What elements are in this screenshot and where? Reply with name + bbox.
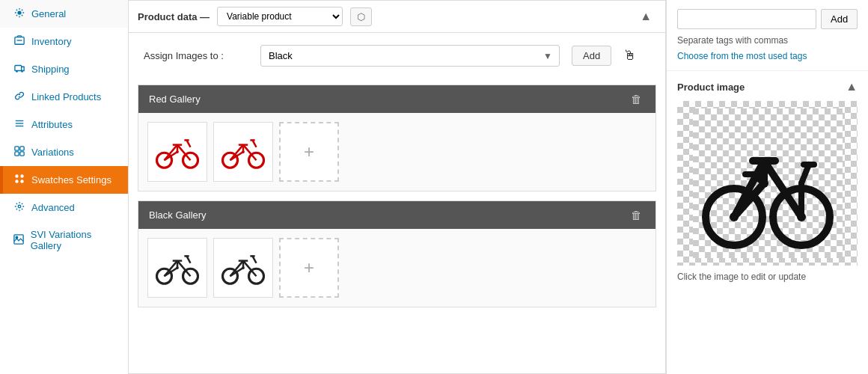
product-image-header: Product image ▲: [677, 80, 858, 94]
svg-line-57: [253, 256, 257, 263]
sidebar-item-linked-products[interactable]: Linked Products: [0, 83, 128, 111]
sidebar-label-variations: Variations: [31, 147, 74, 158]
plus-icon: +: [304, 141, 314, 162]
red-gallery-add-button[interactable]: +: [279, 122, 339, 182]
sidebar-item-inventory[interactable]: Inventory: [0, 28, 128, 55]
cursor-icon: 🖱: [623, 48, 637, 64]
red-gallery-title: Red Gallery: [149, 94, 201, 105]
red-gallery-image-2[interactable]: [213, 122, 273, 182]
svg-point-5: [21, 70, 23, 73]
svg-rect-10: [20, 147, 24, 150]
right-panel: Add Separate tags with commas Choose fro…: [666, 0, 868, 374]
sidebar-label-svi-variations-gallery: SVI Variations Gallery: [31, 229, 117, 251]
sidebar-icon-swatches-settings: [13, 174, 25, 186]
tag-hint: Separate tags with commas: [677, 35, 858, 46]
sidebar-item-general[interactable]: General: [0, 0, 128, 28]
sidebar-label-linked-products: Linked Products: [31, 91, 101, 102]
sidebar-label-advanced: Advanced: [31, 202, 75, 213]
product-data-title: Product data —: [138, 11, 210, 22]
sidebar-icon-inventory: [13, 35, 25, 48]
svg-point-16: [20, 180, 23, 183]
svg-point-29: [176, 150, 179, 153]
red-gallery-image-1[interactable]: [147, 122, 207, 182]
svg-point-13: [15, 174, 18, 177]
collapse-button[interactable]: ▲: [635, 8, 656, 25]
svg-point-17: [18, 205, 21, 208]
svg-point-73: [730, 212, 739, 221]
sidebar-icon-shipping: [13, 63, 25, 76]
svg-point-0: [17, 10, 21, 14]
svg-point-49: [176, 266, 179, 269]
product-type-select[interactable]: Simple productVariable productGrouped pr…: [217, 7, 343, 26]
black-gallery-section: Black Gallery 🗑: [138, 200, 656, 307]
svg-point-4: [16, 70, 18, 73]
sidebar-item-svi-variations-gallery[interactable]: SVI Variations Gallery: [0, 221, 128, 259]
red-bike-icon-1: [153, 133, 201, 171]
svg-line-37: [253, 140, 257, 147]
sidebar-icon-variations: [13, 146, 25, 159]
svg-point-75: [760, 179, 768, 188]
svg-point-39: [242, 150, 245, 153]
tag-section: Add Separate tags with commas Choose fro…: [667, 0, 868, 71]
svg-rect-3: [15, 66, 22, 71]
black-bike-icon-2: [219, 249, 267, 286]
sidebar-icon-general: [13, 7, 25, 20]
plus-icon-2: +: [304, 257, 314, 278]
black-gallery-image-2[interactable]: [213, 238, 273, 298]
sidebar-item-advanced[interactable]: Advanced: [0, 194, 128, 221]
svg-line-27: [187, 140, 191, 147]
assign-select-wrapper: BlackRedWhiteBlue ▼: [260, 45, 560, 67]
svg-point-14: [20, 174, 23, 177]
black-gallery-header: Black Gallery 🗑: [138, 201, 655, 229]
sidebar-label-general: General: [31, 8, 66, 19]
tag-input-row: Add: [677, 9, 858, 29]
svg-point-74: [797, 212, 806, 221]
sidebar-item-variations[interactable]: Variations: [0, 138, 128, 166]
main-content: Product data — Simple productVariable pr…: [129, 0, 666, 374]
product-image-section: Product image ▲: [667, 71, 868, 291]
sidebar-item-attributes[interactable]: Attributes: [0, 111, 128, 138]
sidebar: GeneralInventoryShippingLinked ProductsA…: [0, 0, 129, 374]
assign-images-select[interactable]: BlackRedWhiteBlue: [260, 45, 560, 67]
sidebar-icon-advanced: [13, 201, 25, 214]
svg-point-59: [242, 266, 245, 269]
sidebar-icon-svi-variations-gallery: [13, 234, 25, 247]
svg-rect-9: [15, 147, 19, 150]
red-gallery-header: Red Gallery 🗑: [138, 85, 655, 113]
red-gallery-delete-button[interactable]: 🗑: [628, 93, 645, 105]
expand-button[interactable]: ⬡: [350, 7, 372, 26]
sidebar-label-inventory: Inventory: [31, 36, 71, 47]
sidebar-item-shipping[interactable]: Shipping: [0, 55, 128, 83]
product-image-title: Product image: [677, 82, 745, 93]
product-image-collapse-button[interactable]: ▲: [846, 80, 858, 94]
red-gallery-images: +: [138, 113, 655, 191]
product-image-bike-icon: [693, 108, 843, 258]
svg-rect-12: [20, 152, 24, 156]
product-image-hint: Click the image to edit or update: [677, 272, 858, 282]
most-used-tags-link[interactable]: Choose from the most used tags: [677, 51, 807, 61]
black-gallery-image-1[interactable]: [147, 238, 207, 298]
black-gallery-add-button[interactable]: +: [279, 238, 339, 298]
black-gallery-images: +: [138, 229, 655, 307]
sidebar-icon-attributes: [13, 118, 25, 131]
red-gallery-section: Red Gallery 🗑: [138, 85, 656, 191]
sidebar-label-shipping: Shipping: [31, 64, 70, 75]
sidebar-label-swatches-settings: Swatches Settings: [31, 174, 111, 186]
sidebar-item-swatches-settings[interactable]: Swatches Settings: [0, 166, 128, 194]
assign-images-row: Assign Images to : BlackRedWhiteBlue ▼ A…: [129, 33, 665, 79]
red-bike-icon-2: [219, 133, 267, 171]
svg-line-47: [187, 256, 191, 263]
product-data-header: Product data — Simple productVariable pr…: [129, 1, 665, 33]
svg-point-15: [15, 180, 18, 183]
sidebar-label-attributes: Attributes: [31, 119, 73, 130]
svg-rect-11: [15, 152, 19, 156]
black-bike-icon-1: [153, 249, 201, 286]
assign-images-label: Assign Images to :: [144, 50, 248, 61]
black-gallery-title: Black Gallery: [149, 209, 207, 221]
sidebar-icon-linked-products: [13, 91, 25, 103]
assign-add-button[interactable]: Add: [572, 46, 611, 66]
black-gallery-delete-button[interactable]: 🗑: [628, 209, 645, 221]
tag-add-button[interactable]: Add: [821, 9, 858, 29]
tag-input[interactable]: [677, 9, 816, 29]
product-image-box[interactable]: [677, 101, 858, 266]
